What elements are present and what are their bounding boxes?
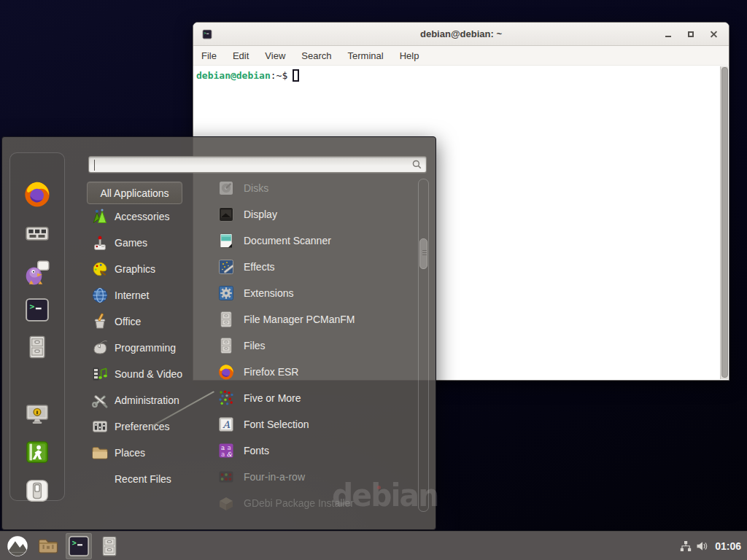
- font-selection-icon: A: [217, 416, 235, 433]
- effects-icon: [217, 258, 235, 276]
- category-label: Games: [115, 237, 147, 249]
- document-scanner-icon: [217, 232, 235, 249]
- app-effects[interactable]: Effects: [209, 254, 414, 280]
- internet-icon: [91, 287, 109, 304]
- sidebar-shutdown-button[interactable]: [25, 478, 50, 503]
- category-label: Recent Files: [115, 473, 171, 485]
- terminal-titlebar[interactable]: > debian@debian: ~: [193, 23, 729, 46]
- svg-text:>: >: [204, 31, 206, 34]
- prompt-path: :~$: [271, 70, 287, 81]
- terminal-scrollbar-thumb[interactable]: [721, 67, 728, 378]
- category-recent-files[interactable]: Recent Files: [87, 466, 196, 492]
- firefox-icon: [217, 363, 235, 381]
- app-firefox-esr[interactable]: Firefox ESR: [209, 359, 414, 385]
- administration-icon: [91, 392, 109, 409]
- app-file-manager-pcmanfm[interactable]: File Manager PCManFM: [209, 306, 414, 332]
- volume-icon[interactable]: [696, 540, 708, 552]
- app-extensions[interactable]: Extensions: [209, 280, 414, 306]
- four-in-a-row-icon: [217, 468, 235, 486]
- terminal-menu-terminal[interactable]: Terminal: [348, 50, 384, 61]
- app-label: Files: [244, 340, 266, 351]
- sidebar-file-manager-button[interactable]: [25, 335, 50, 359]
- app-label: Font Selection: [244, 419, 309, 430]
- fonts-icon: aaa&: [217, 442, 235, 459]
- terminal-menu-file[interactable]: File: [201, 50, 217, 61]
- search-input[interactable]: [89, 157, 411, 172]
- network-icon[interactable]: [680, 540, 692, 552]
- taskbar-terminal-button[interactable]: >: [66, 533, 92, 559]
- category-label: Preferences: [115, 421, 169, 432]
- app-document-scanner[interactable]: Document Scanner: [209, 228, 414, 254]
- category-accessories[interactable]: Accessories: [87, 203, 196, 230]
- terminal-icon: >: [68, 535, 90, 557]
- app-files[interactable]: Files: [209, 332, 414, 359]
- graphics-icon: [91, 260, 109, 278]
- category-sound-video[interactable]: Sound & Video: [87, 361, 196, 387]
- app-label: Firefox ESR: [244, 366, 298, 378]
- app-label: Document Scanner: [244, 235, 331, 246]
- app-label: Display: [244, 209, 277, 220]
- search-bar: [88, 156, 427, 173]
- application-list: DisksDisplayDocument ScannerEffectsExten…: [209, 175, 414, 511]
- category-places[interactable]: Places: [87, 440, 196, 466]
- games-icon: [91, 234, 109, 252]
- app-fonts[interactable]: aaa&Fonts: [209, 438, 414, 464]
- app-label: GDebi Package Installer: [244, 497, 354, 509]
- folder-icon: [37, 535, 59, 557]
- terminal-menu-view[interactable]: View: [265, 50, 285, 61]
- taskbar-file-manager-button[interactable]: [35, 533, 61, 559]
- menu-scrollbar-thumb[interactable]: [419, 238, 427, 269]
- terminal-menu-search[interactable]: Search: [301, 50, 331, 61]
- app-display[interactable]: Display: [209, 201, 414, 228]
- five-or-more-icon: [217, 389, 235, 407]
- sidebar-pidgin-button[interactable]: [24, 260, 50, 286]
- category-games[interactable]: Games: [87, 230, 196, 256]
- svg-text:>: >: [29, 301, 34, 311]
- app-four-in-a-row: Four-in-a-row: [209, 464, 414, 490]
- app-label: Effects: [244, 261, 275, 273]
- sidebar-lock-screen-button[interactable]: [25, 402, 50, 427]
- taskbar: > 01:06: [0, 531, 747, 560]
- taskbar-menu-button[interactable]: [4, 533, 31, 559]
- terminal-menu-edit[interactable]: Edit: [233, 50, 249, 61]
- all-applications-button[interactable]: All Applications: [87, 182, 182, 204]
- category-preferences[interactable]: Preferences: [87, 413, 196, 440]
- category-label: Places: [115, 447, 145, 459]
- menu-sidebar: >: [9, 152, 65, 501]
- accessories-icon: [91, 208, 109, 225]
- sidebar-software-button[interactable]: [24, 220, 50, 246]
- app-gdebi-package-installer: GDebi Package Installer: [209, 490, 414, 511]
- category-programming[interactable]: Programming: [87, 335, 196, 361]
- category-graphics[interactable]: Graphics: [87, 256, 196, 282]
- app-label: Disks: [244, 182, 268, 194]
- minimize-button[interactable]: [665, 36, 671, 37]
- category-office[interactable]: Office: [87, 308, 196, 335]
- terminal-menu-help[interactable]: Help: [400, 50, 419, 61]
- taskbar-files-button[interactable]: [96, 533, 123, 559]
- app-five-or-more[interactable]: Five or More: [209, 385, 414, 411]
- preferences-icon: [91, 418, 109, 435]
- close-button[interactable]: [711, 31, 717, 38]
- category-label: Sound & Video: [115, 368, 182, 380]
- menu-logo-icon: [7, 535, 28, 557]
- menu-scrollbar[interactable]: [418, 179, 429, 512]
- terminal-cursor: [293, 69, 299, 82]
- terminal-scrollbar[interactable]: [720, 66, 728, 379]
- app-font-selection[interactable]: AFont Selection: [209, 411, 414, 438]
- clock[interactable]: 01:06: [715, 540, 741, 552]
- app-label: Fonts: [244, 445, 269, 456]
- disks-icon: [217, 179, 235, 197]
- sidebar-logout-button[interactable]: [25, 440, 50, 464]
- app-label: Four-in-a-row: [244, 471, 305, 483]
- file-cabinet-icon: [217, 337, 235, 354]
- sidebar-firefox-button[interactable]: [23, 179, 52, 209]
- app-label: File Manager PCManFM: [244, 314, 355, 325]
- sidebar-terminal-button[interactable]: >: [25, 298, 50, 322]
- search-icon: [411, 159, 422, 170]
- file-cabinet-icon: [217, 311, 235, 328]
- category-internet[interactable]: Internet: [87, 282, 196, 308]
- maximize-button[interactable]: [688, 31, 694, 37]
- svg-text:&: &: [226, 451, 232, 458]
- app-label: Extensions: [244, 287, 293, 299]
- office-icon: [91, 313, 109, 330]
